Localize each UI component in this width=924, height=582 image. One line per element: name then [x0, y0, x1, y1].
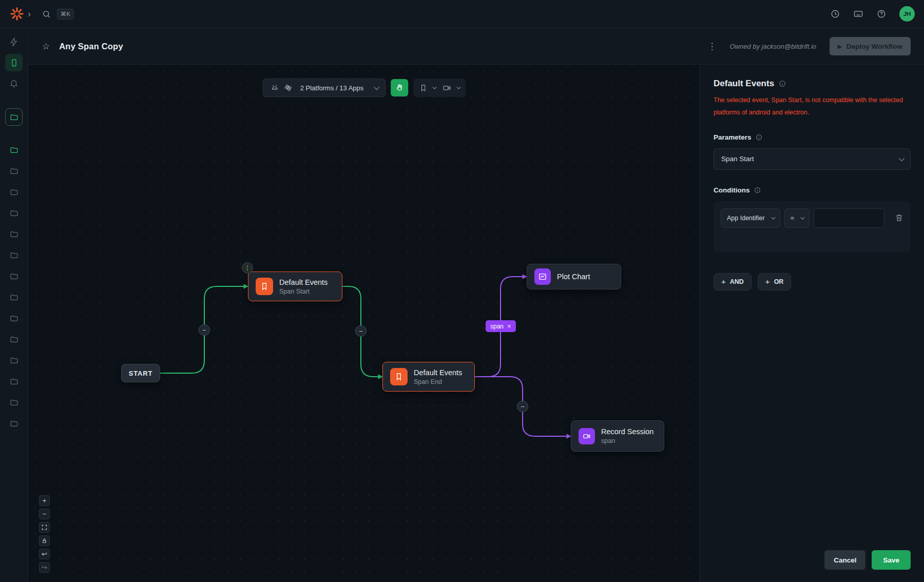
folder-icon[interactable] — [5, 183, 23, 201]
edge-label-span[interactable]: span × — [486, 320, 516, 332]
plus-icon: + — [765, 277, 770, 286]
add-and-condition-button[interactable]: + AND — [714, 273, 752, 290]
node-default-events-span-start[interactable]: Default Events Span Start — [248, 271, 342, 301]
pan-hand-button[interactable] — [391, 79, 408, 96]
folder-active-icon[interactable] — [5, 141, 23, 159]
edge-collapse-button[interactable]: − — [355, 325, 367, 337]
keyboard-shortcuts-icon[interactable] — [853, 9, 863, 19]
electron-icon — [284, 84, 292, 92]
page-title: Any Span Copy — [59, 42, 123, 51]
node-title: Plot Chart — [557, 273, 590, 281]
node-subtitle: span — [601, 437, 653, 444]
edges-layer — [29, 65, 700, 582]
event-type-select[interactable]: Span Start — [714, 148, 911, 170]
plus-icon: + — [721, 277, 726, 286]
node-subtitle: Span End — [414, 378, 462, 385]
condition-card: App Identifier = — [714, 201, 911, 253]
search-icon[interactable] — [42, 10, 51, 18]
node-default-events-span-end[interactable]: Default Events Span End — [382, 362, 475, 392]
bookmark-icon — [390, 368, 408, 385]
chevron-down-icon — [800, 215, 804, 219]
owner-label: Owned by jackson@bitdrift.io — [729, 43, 816, 50]
left-sidebar — [0, 28, 28, 582]
search-shortcut-badge[interactable]: ⌘K — [57, 9, 74, 20]
redo-button[interactable]: ↪ — [39, 562, 50, 573]
workflow-header: ☆ Any Span Copy ⋮ Owned by jackson@bitdr… — [29, 28, 924, 65]
node-title: Default Events — [414, 368, 462, 377]
conditions-label: Conditions — [714, 186, 750, 194]
edge-collapse-button[interactable]: − — [199, 324, 210, 336]
chevron-down-icon — [374, 84, 379, 90]
folder-icon[interactable] — [5, 331, 23, 348]
delete-condition-button[interactable] — [895, 214, 903, 222]
panel-title: Default Events — [714, 79, 774, 89]
node-title: Default Events — [279, 278, 328, 286]
chart-icon — [534, 268, 551, 285]
folder-icon[interactable] — [5, 204, 23, 222]
zoom-in-button[interactable]: + — [39, 495, 50, 506]
favorite-star-icon[interactable]: ☆ — [42, 41, 50, 52]
bookmark-icon — [256, 278, 273, 295]
mobile-sessions-icon[interactable] — [5, 54, 23, 71]
folder-icon[interactable] — [5, 288, 23, 306]
platforms-dropdown[interactable]: 2 Platforms / 13 Apps — [263, 79, 386, 97]
topbar: › ⌘K JH — [0, 0, 924, 28]
canvas-controls: + − ↩ ↪ — [39, 495, 50, 573]
folder-icon[interactable] — [5, 373, 23, 390]
node-config-panel: Default Events The selected event, Span … — [700, 65, 924, 582]
chevron-down-icon — [899, 156, 904, 161]
history-clock-icon[interactable] — [831, 9, 840, 18]
node-options-kebab-icon[interactable]: ⋮ — [242, 262, 253, 274]
edge-collapse-button[interactable]: − — [517, 401, 528, 412]
close-icon[interactable]: × — [507, 322, 511, 330]
media-toolbar — [413, 79, 466, 97]
lock-interactivity-button[interactable] — [39, 535, 50, 546]
fit-view-button[interactable] — [39, 522, 50, 533]
workspace-folder-selected-icon[interactable] — [5, 108, 23, 126]
info-icon[interactable] — [779, 80, 786, 87]
folder-icon[interactable] — [5, 267, 23, 285]
folder-icon[interactable] — [5, 246, 23, 264]
info-icon[interactable] — [756, 134, 762, 141]
add-or-condition-button[interactable]: + OR — [758, 273, 792, 290]
node-record-session[interactable]: Record Session span — [571, 420, 664, 452]
video-dropdown[interactable] — [442, 84, 459, 92]
platforms-label: 2 Platforms / 13 Apps — [300, 84, 364, 92]
user-avatar[interactable]: JH — [899, 6, 915, 22]
folder-icon[interactable] — [5, 225, 23, 243]
play-icon: ▶ — [838, 44, 842, 49]
chevron-down-icon — [432, 85, 436, 89]
undo-button[interactable]: ↩ — [39, 549, 50, 559]
workflow-menu-icon[interactable]: ⋮ — [707, 41, 716, 52]
save-button[interactable]: Save — [872, 550, 911, 570]
bitdrift-logo-icon — [9, 6, 25, 22]
bookmark-dropdown[interactable] — [419, 84, 435, 92]
alerts-bell-icon[interactable] — [5, 74, 23, 92]
node-plot-chart[interactable]: Plot Chart — [527, 264, 621, 289]
folder-icon[interactable] — [5, 309, 23, 327]
node-start[interactable]: START — [121, 364, 160, 382]
help-icon[interactable] — [877, 9, 886, 18]
chevron-down-icon — [456, 85, 460, 89]
cancel-button[interactable]: Cancel — [824, 550, 865, 570]
collapse-sidebar-icon[interactable]: › — [28, 9, 31, 20]
zoom-out-button[interactable]: − — [39, 509, 50, 519]
folder-icon[interactable] — [5, 394, 23, 411]
node-title: Record Session — [601, 428, 653, 436]
compatibility-warning: The selected event, Span Start, is not c… — [714, 94, 911, 119]
node-subtitle: Span Start — [279, 288, 328, 295]
lightning-icon[interactable] — [5, 33, 23, 51]
folder-icon[interactable] — [5, 162, 23, 180]
folder-icon[interactable] — [5, 415, 23, 432]
folder-icon[interactable] — [5, 352, 23, 369]
condition-operator-select[interactable]: = — [784, 208, 810, 228]
condition-value-input[interactable] — [814, 208, 884, 228]
info-icon[interactable] — [754, 187, 761, 193]
chevron-down-icon — [771, 215, 775, 219]
deploy-workflow-button[interactable]: ▶ Deploy Workflow — [830, 37, 911, 55]
workflow-canvas[interactable]: 2 Platforms / 13 Apps START — [29, 65, 700, 582]
condition-field-select[interactable]: App Identifier — [721, 208, 780, 228]
parameters-label: Parameters — [714, 133, 752, 141]
canvas-toolbar: 2 Platforms / 13 Apps — [263, 79, 466, 97]
video-camera-icon — [579, 428, 595, 444]
